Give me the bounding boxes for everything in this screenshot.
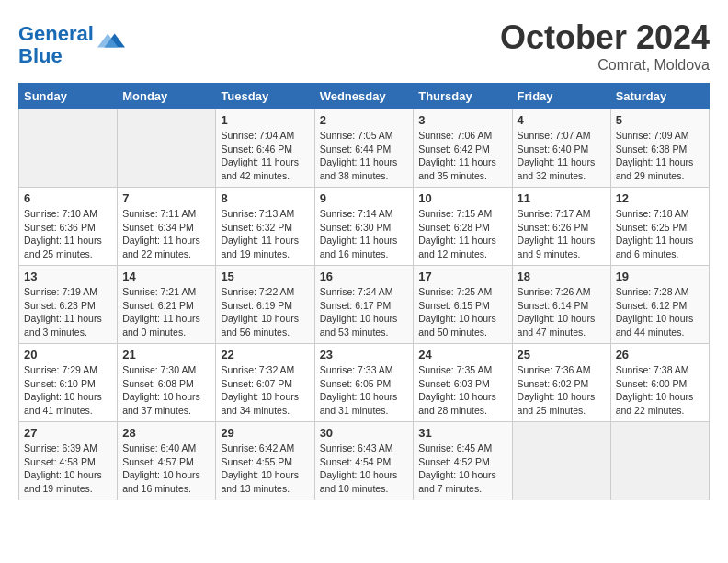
calendar-cell: 7Sunrise: 7:11 AMSunset: 6:34 PMDaylight…	[118, 188, 216, 266]
day-info-line: Sunrise: 6:42 AM	[221, 442, 309, 455]
month-title: October 2024	[500, 18, 710, 57]
day-number: 20	[24, 348, 112, 362]
calendar-cell	[610, 422, 709, 500]
day-info-line: Sunset: 6:34 PM	[122, 221, 210, 235]
day-number: 25	[518, 348, 606, 362]
day-info-line: Sunrise: 7:06 AM	[418, 129, 506, 143]
calendar-cell: 28Sunrise: 6:40 AMSunset: 4:57 PMDayligh…	[118, 422, 216, 500]
day-info-line: Sunset: 6:07 PM	[221, 377, 309, 391]
day-info-line: Sunrise: 7:38 AM	[616, 363, 704, 377]
day-number: 11	[518, 191, 606, 205]
day-info-line: Sunset: 6:40 PM	[518, 143, 606, 156]
title-block: October 2024 Comrat, Moldova	[500, 18, 710, 74]
day-info-line: Sunset: 6:03 PM	[418, 377, 506, 391]
day-info-line: Sunset: 6:08 PM	[122, 377, 210, 391]
calendar-cell: 12Sunrise: 7:18 AMSunset: 6:25 PMDayligh…	[610, 188, 709, 266]
day-number: 6	[24, 191, 112, 205]
day-info-line: Daylight: 11 hours and 29 minutes.	[616, 155, 704, 182]
day-info-line: Sunrise: 7:33 AM	[320, 363, 409, 377]
day-info-line: Sunset: 6:30 PM	[320, 221, 409, 235]
calendar-cell: 8Sunrise: 7:13 AMSunset: 6:32 PMDaylight…	[216, 188, 314, 266]
day-info-line: Sunset: 6:19 PM	[221, 299, 309, 313]
day-info-line: Sunset: 4:52 PM	[418, 455, 506, 469]
calendar-cell: 25Sunrise: 7:36 AMSunset: 6:02 PMDayligh…	[512, 344, 610, 422]
day-number: 19	[616, 270, 704, 283]
day-info-line: Sunset: 4:57 PM	[122, 455, 210, 469]
day-number: 10	[418, 191, 506, 205]
day-info-line: Daylight: 10 hours and 19 minutes.	[24, 468, 112, 495]
calendar-body: 1Sunrise: 7:04 AMSunset: 6:46 PMDaylight…	[19, 109, 710, 500]
day-info-line: Daylight: 10 hours and 56 minutes.	[221, 312, 309, 339]
logo-line2: Blue	[18, 44, 63, 67]
day-info-line: Sunrise: 7:18 AM	[616, 207, 704, 221]
day-info-line: Sunrise: 7:10 AM	[24, 207, 112, 221]
day-info-line: Sunrise: 7:11 AM	[122, 207, 210, 221]
calendar-cell	[118, 109, 216, 188]
day-info-line: Daylight: 11 hours and 25 minutes.	[24, 234, 112, 260]
day-info-line: Daylight: 11 hours and 22 minutes.	[122, 234, 210, 260]
day-number: 14	[122, 270, 210, 283]
day-info-line: Daylight: 11 hours and 12 minutes.	[418, 234, 506, 260]
day-info-line: Daylight: 10 hours and 44 minutes.	[616, 312, 704, 339]
day-info-line: Sunrise: 6:39 AM	[24, 442, 112, 455]
calendar-cell: 9Sunrise: 7:14 AMSunset: 6:30 PMDaylight…	[314, 188, 414, 266]
calendar-cell: 23Sunrise: 7:33 AMSunset: 6:05 PMDayligh…	[314, 344, 414, 422]
calendar-cell: 13Sunrise: 7:19 AMSunset: 6:23 PMDayligh…	[19, 266, 118, 344]
day-info-line: Sunrise: 7:05 AM	[320, 129, 409, 143]
calendar-cell: 3Sunrise: 7:06 AMSunset: 6:42 PMDaylight…	[414, 109, 512, 188]
day-info-line: Sunset: 6:00 PM	[616, 377, 704, 391]
day-info-line: Sunset: 6:46 PM	[221, 143, 309, 156]
day-info-line: Daylight: 10 hours and 28 minutes.	[418, 390, 506, 417]
day-info-line: Sunset: 6:10 PM	[24, 377, 112, 391]
day-info-line: Sunset: 6:42 PM	[418, 143, 506, 156]
day-info-line: Sunrise: 7:13 AM	[221, 207, 309, 221]
day-info-line: Daylight: 11 hours and 9 minutes.	[518, 234, 606, 260]
calendar-table: SundayMondayTuesdayWednesdayThursdayFrid…	[18, 83, 710, 500]
day-info-line: Daylight: 10 hours and 10 minutes.	[320, 468, 409, 495]
day-info-line: Daylight: 11 hours and 16 minutes.	[320, 234, 409, 260]
day-number: 3	[418, 113, 506, 127]
day-number: 24	[418, 348, 506, 362]
calendar-cell: 20Sunrise: 7:29 AMSunset: 6:10 PMDayligh…	[19, 344, 118, 422]
calendar-cell: 11Sunrise: 7:17 AMSunset: 6:26 PMDayligh…	[512, 188, 610, 266]
day-number: 16	[320, 270, 409, 283]
day-number: 31	[418, 426, 506, 440]
weekday-header: Wednesday	[314, 84, 414, 109]
calendar-cell: 26Sunrise: 7:38 AMSunset: 6:00 PMDayligh…	[610, 344, 709, 422]
calendar-cell	[19, 109, 118, 188]
calendar-cell: 22Sunrise: 7:32 AMSunset: 6:07 PMDayligh…	[216, 344, 314, 422]
day-info-line: Daylight: 11 hours and 35 minutes.	[418, 155, 506, 182]
day-info-line: Daylight: 11 hours and 3 minutes.	[24, 312, 112, 339]
weekday-header: Tuesday	[216, 84, 314, 109]
day-info-line: Sunset: 6:26 PM	[518, 221, 606, 235]
day-info-line: Sunrise: 7:24 AM	[320, 285, 409, 299]
day-info-line: Sunrise: 7:21 AM	[122, 285, 210, 299]
calendar-week-row: 13Sunrise: 7:19 AMSunset: 6:23 PMDayligh…	[19, 266, 710, 344]
day-info-line: Sunset: 4:54 PM	[320, 455, 409, 469]
day-info-line: Daylight: 10 hours and 25 minutes.	[518, 390, 606, 417]
calendar-week-row: 1Sunrise: 7:04 AMSunset: 6:46 PMDaylight…	[19, 109, 710, 188]
calendar-cell: 24Sunrise: 7:35 AMSunset: 6:03 PMDayligh…	[414, 344, 512, 422]
calendar-header: SundayMondayTuesdayWednesdayThursdayFrid…	[19, 84, 710, 109]
day-info-line: Daylight: 10 hours and 47 minutes.	[518, 312, 606, 339]
day-number: 21	[122, 348, 210, 362]
day-info-line: Sunrise: 7:30 AM	[122, 363, 210, 377]
calendar-cell: 21Sunrise: 7:30 AMSunset: 6:08 PMDayligh…	[118, 344, 216, 422]
calendar-cell: 15Sunrise: 7:22 AMSunset: 6:19 PMDayligh…	[216, 266, 314, 344]
calendar-cell: 19Sunrise: 7:28 AMSunset: 6:12 PMDayligh…	[610, 266, 709, 344]
day-info-line: Sunrise: 7:19 AM	[24, 285, 112, 299]
day-info-line: Sunset: 6:25 PM	[616, 221, 704, 235]
calendar-cell: 16Sunrise: 7:24 AMSunset: 6:17 PMDayligh…	[314, 266, 414, 344]
logo: General Blue	[18, 23, 125, 67]
day-info-line: Sunrise: 6:45 AM	[418, 442, 506, 455]
calendar-cell: 5Sunrise: 7:09 AMSunset: 6:38 PMDaylight…	[610, 109, 709, 188]
day-number: 18	[518, 270, 606, 283]
calendar-cell: 10Sunrise: 7:15 AMSunset: 6:28 PMDayligh…	[414, 188, 512, 266]
day-number: 29	[221, 426, 309, 440]
day-info-line: Sunrise: 7:15 AM	[418, 207, 506, 221]
day-info-line: Sunset: 6:28 PM	[418, 221, 506, 235]
day-info-line: Sunset: 6:14 PM	[518, 299, 606, 313]
day-number: 8	[221, 191, 309, 205]
day-number: 7	[122, 191, 210, 205]
calendar-cell: 2Sunrise: 7:05 AMSunset: 6:44 PMDaylight…	[314, 109, 414, 188]
